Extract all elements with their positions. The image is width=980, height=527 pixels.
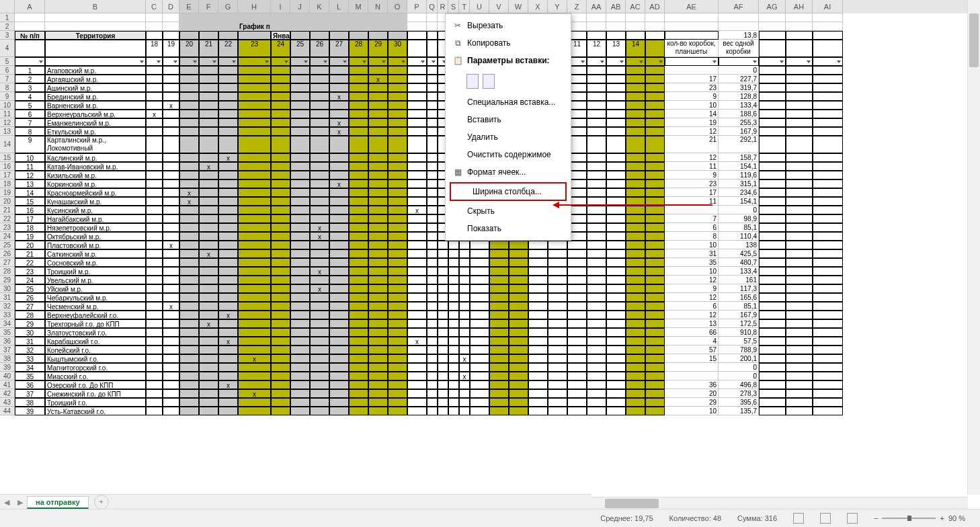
cell[interactable] [626,136,645,153]
cell[interactable] [199,197,218,206]
cell[interactable] [645,66,665,75]
cell[interactable] [606,110,626,118]
cell[interactable] [388,66,407,75]
cell[interactable]: 66 [665,328,719,337]
cell[interactable] [427,407,438,415]
cell[interactable] [438,276,448,284]
cell[interactable] [645,337,665,346]
cell[interactable] [146,284,163,293]
cell[interactable]: 788,9 [719,346,759,354]
cell[interactable] [290,101,310,110]
cell[interactable] [349,389,368,398]
cell[interactable] [587,136,606,153]
cell[interactable] [146,293,163,302]
cell[interactable] [146,363,163,372]
cell[interactable] [427,57,438,66]
cell[interactable] [349,363,368,372]
cell[interactable] [238,328,271,337]
cell[interactable] [199,337,218,346]
cell[interactable] [813,13,843,22]
cell[interactable] [759,66,786,75]
cell[interactable] [238,171,271,179]
cell[interactable] [459,398,470,407]
cell[interactable] [665,31,719,40]
cell[interactable] [368,92,388,101]
cell[interactable] [290,380,310,389]
cell[interactable] [407,389,427,398]
cell[interactable] [146,188,163,197]
cell[interactable] [218,136,238,153]
cell[interactable] [218,267,238,276]
cell[interactable] [427,241,438,249]
cell[interactable] [45,13,146,22]
cell[interactable] [329,302,349,311]
cell[interactable]: x [163,302,179,311]
cell[interactable] [163,363,179,372]
cell[interactable] [238,127,271,136]
row-header[interactable]: 32 [0,302,15,311]
cell[interactable] [489,337,509,346]
cell[interactable] [15,22,45,31]
cell[interactable]: Увельский м.р. [45,276,146,284]
cell[interactable] [329,188,349,197]
cell[interactable] [427,380,438,389]
cell[interactable]: Аргаяшский м.р. [45,75,146,83]
cell[interactable] [238,206,271,214]
cell[interactable] [587,197,606,206]
cell[interactable] [489,346,509,354]
cell[interactable] [329,22,349,31]
cell[interactable] [626,302,645,311]
cell[interactable] [407,398,427,407]
cell[interactable] [427,354,438,363]
cell[interactable] [587,118,606,127]
cell[interactable] [759,223,786,232]
cell[interactable] [427,214,438,223]
cell[interactable] [179,337,199,346]
cell[interactable]: 12 [587,40,606,57]
cell[interactable] [509,249,528,258]
cell[interactable] [626,249,645,258]
cell[interactable] [218,92,238,101]
cell[interactable] [163,197,179,206]
cell[interactable] [407,293,427,302]
cell[interactable] [645,389,665,398]
cell[interactable] [368,407,388,415]
cell[interactable] [606,118,626,127]
cell[interactable]: вес одной коробки [719,40,759,57]
cell[interactable] [271,284,290,293]
cell[interactable] [146,223,163,232]
row-header[interactable]: 4 [0,40,15,57]
cell[interactable] [786,267,813,276]
cell[interactable] [290,197,310,206]
cell[interactable] [587,337,606,346]
cell[interactable] [448,328,459,337]
cell[interactable]: x [310,232,329,241]
cell[interactable] [146,311,163,319]
cell[interactable] [271,223,290,232]
cell[interactable] [813,258,843,267]
cell[interactable] [587,258,606,267]
cell[interactable] [626,206,645,214]
cell[interactable] [587,13,606,22]
cell[interactable] [626,311,645,319]
cell[interactable] [459,319,470,328]
cell[interactable] [438,258,448,267]
cell[interactable] [388,276,407,284]
cell[interactable] [290,223,310,232]
cell[interactable] [388,293,407,302]
cell[interactable]: 37 [15,389,45,398]
cell[interactable] [786,136,813,153]
cell[interactable] [427,389,438,398]
cell[interactable] [179,13,199,22]
cell[interactable] [645,346,665,354]
cell[interactable] [407,127,427,136]
cell[interactable]: 30 [388,40,407,57]
cell[interactable]: Сосновский м.р. [45,258,146,267]
cell[interactable] [606,153,626,162]
cell[interactable] [606,101,626,110]
cell[interactable] [368,171,388,179]
cell[interactable] [587,206,606,214]
cell[interactable]: 19 [15,232,45,241]
cell[interactable] [548,328,567,337]
cell[interactable] [606,337,626,346]
